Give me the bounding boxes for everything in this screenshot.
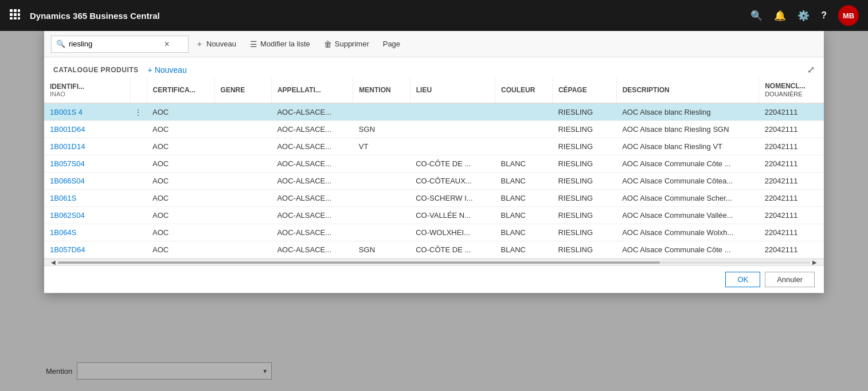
col-lieu[interactable]: LIEU <box>410 77 495 103</box>
supprimer-icon: 🗑 <box>324 40 332 49</box>
modifier-label: Modifier la liste <box>260 40 310 48</box>
col-description[interactable]: DESCRIPTION <box>616 77 758 103</box>
table-row[interactable]: 1B001D64AOCAOC-ALSACE...SGNRIESLINGAOC A… <box>44 121 824 138</box>
table-cell: 22042111 <box>759 224 824 241</box>
col-identifiant[interactable]: IDENTIFI... INAO <box>44 77 130 103</box>
table-cell <box>130 241 147 259</box>
id-cell[interactable]: 1B001D14 <box>44 138 130 155</box>
id-cell[interactable]: 1B001D64 <box>44 121 130 138</box>
expand-icon[interactable]: ⤢ <box>807 64 815 75</box>
new-label: Nouveau <box>206 40 236 48</box>
table-row[interactable]: 1B001S 4⋮AOCAOC-ALSACE...RIESLINGAOC Als… <box>44 103 824 121</box>
search-clear-icon[interactable]: ✕ <box>164 40 170 48</box>
col-genre[interactable]: GENRE <box>214 77 271 103</box>
table-row[interactable]: 1B061SAOCAOC-ALSACE...CO-SCHERW I...BLAN… <box>44 190 824 207</box>
table-cell: AOC Alsace Communale Côte ... <box>616 241 758 259</box>
table-cell: RIESLING <box>552 190 616 207</box>
table-cell: RIESLING <box>552 207 616 224</box>
id-cell[interactable]: 1B062S04 <box>44 207 130 224</box>
table-cell: AOC-ALSACE... <box>271 207 353 224</box>
table-cell: AOC Alsace Communale Côtea... <box>616 173 758 190</box>
table-cell <box>353 207 410 224</box>
id-cell[interactable]: 1B066S04 <box>44 173 130 190</box>
topbar: Dynamics 365 Business Central 🔍 🔔 ⚙️ ? M… <box>0 0 868 31</box>
col-mention[interactable]: MENTION <box>353 77 410 103</box>
table-cell <box>410 138 495 155</box>
table-cell <box>214 121 271 138</box>
table-cell: 22042111 <box>759 121 824 138</box>
modifier-button[interactable]: ☰ Modifier la liste <box>243 31 317 57</box>
modal-overlay: 🔍 ✕ ＋ Nouveau ☰ Modifier la liste 🗑 Supp… <box>0 31 868 391</box>
hscroll-track[interactable] <box>58 261 810 264</box>
table-cell: CO-SCHERW I... <box>410 190 495 207</box>
table-row[interactable]: 1B057S04AOCAOC-ALSACE...CO-CÔTE DE ...BL… <box>44 155 824 173</box>
row-action-icon[interactable]: ⋮ <box>132 106 144 119</box>
supprimer-label: Supprimer <box>335 40 369 48</box>
modifier-icon: ☰ <box>250 40 257 49</box>
catalog-new-button[interactable]: + Nouveau <box>148 65 187 75</box>
page-button[interactable]: Page <box>376 31 407 57</box>
id-cell[interactable]: 1B057S04 <box>44 155 130 173</box>
table-cell <box>214 207 271 224</box>
search-input[interactable] <box>69 40 161 48</box>
col-certificat[interactable]: CERTIFICA... <box>147 77 214 103</box>
table-cell <box>214 224 271 241</box>
table-row[interactable]: 1B066S04AOCAOC-ALSACE...CO-CÔTEAUX...BLA… <box>44 173 824 190</box>
table-cell: AOC <box>147 138 214 155</box>
table-row[interactable]: 1B064SAOCAOC-ALSACE...CO-WOLXHEI...BLANC… <box>44 224 824 241</box>
table-header-row: IDENTIFI... INAO CERTIFICA... GENRE APPE… <box>44 77 824 103</box>
table-cell: 22042111 <box>759 155 824 173</box>
table-cell: AOC Alsace Communale Côte ... <box>616 155 758 173</box>
col-nomenclature[interactable]: NOMENCL...DOUANIÈRE <box>759 77 824 103</box>
table-body: 1B001S 4⋮AOCAOC-ALSACE...RIESLINGAOC Als… <box>44 103 824 259</box>
col-couleur[interactable]: COULEUR <box>495 77 553 103</box>
table-cell: 22042111 <box>759 241 824 259</box>
table-cell: BLANC <box>495 224 553 241</box>
col-appellation[interactable]: APPELLATI... <box>271 77 353 103</box>
page-label: Page <box>383 40 400 48</box>
help-icon[interactable]: ? <box>821 10 827 21</box>
new-button[interactable]: ＋ Nouveau <box>189 31 243 57</box>
table-cell: RIESLING <box>552 224 616 241</box>
table-cell: AOC Alsace Communale Scher... <box>616 190 758 207</box>
table-cell: AOC Alsace Communale Wolxh... <box>616 224 758 241</box>
col-cepage[interactable]: CÉPAGE <box>552 77 616 103</box>
table-cell: CO-CÔTE DE ... <box>410 155 495 173</box>
table-cell: AOC <box>147 155 214 173</box>
id-cell[interactable]: 1B064S <box>44 224 130 241</box>
table-cell: CO-VALLÉE N... <box>410 207 495 224</box>
table-cell <box>214 103 271 121</box>
settings-icon[interactable]: ⚙️ <box>797 10 810 22</box>
table-cell: AOC-ALSACE... <box>271 241 353 259</box>
id-cell[interactable]: 1B057D64 <box>44 241 130 259</box>
ok-button[interactable]: OK <box>725 272 760 287</box>
table-cell <box>214 190 271 207</box>
modal-header-left: CATALOGUE PRODUITS + Nouveau <box>53 65 187 75</box>
table-row[interactable]: 1B001D14AOCAOC-ALSACE...VTRIESLINGAOC Al… <box>44 138 824 155</box>
table-cell: 22042111 <box>759 138 824 155</box>
table-cell <box>410 103 495 121</box>
apps-icon[interactable] <box>9 9 21 23</box>
hscroll-bar[interactable]: ◀ ▶ <box>44 259 824 265</box>
svg-rect-1 <box>14 9 17 12</box>
id-cell[interactable]: 1B001S 4 <box>44 103 130 121</box>
bell-icon[interactable]: 🔔 <box>774 10 786 22</box>
table-row[interactable]: 1B057D64AOCAOC-ALSACE...SGNCO-CÔTE DE ..… <box>44 241 824 259</box>
search-icon: 🔍 <box>56 40 65 48</box>
table-cell <box>130 121 147 138</box>
modal-header: CATALOGUE PRODUITS + Nouveau ⤢ <box>44 57 824 77</box>
table-cell: ⋮ <box>130 103 147 121</box>
table-cell: RIESLING <box>552 138 616 155</box>
svg-rect-6 <box>10 17 13 19</box>
search-topbar-icon[interactable]: 🔍 <box>750 10 763 22</box>
table-row[interactable]: 1B062S04AOCAOC-ALSACE...CO-VALLÉE N...BL… <box>44 207 824 224</box>
cancel-button[interactable]: Annuler <box>765 272 815 287</box>
hscroll-left-btn[interactable]: ◀ <box>51 259 56 265</box>
supprimer-button[interactable]: 🗑 Supprimer <box>317 31 376 57</box>
avatar[interactable]: MB <box>838 5 859 26</box>
table-cell: AOC-ALSACE... <box>271 103 353 121</box>
id-cell[interactable]: 1B061S <box>44 190 130 207</box>
hscroll-right-btn[interactable]: ▶ <box>812 259 817 265</box>
table-cell <box>353 224 410 241</box>
table-cell: CO-WOLXHEI... <box>410 224 495 241</box>
